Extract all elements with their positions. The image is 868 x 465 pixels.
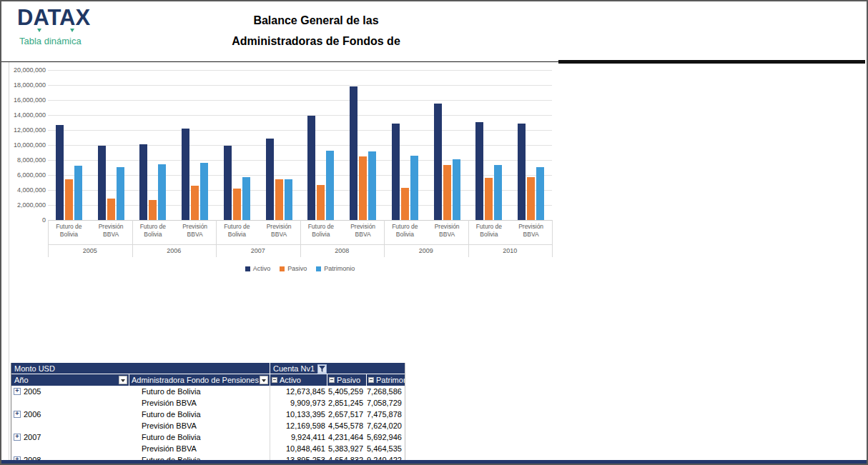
legend-label: Patrimonio xyxy=(324,265,355,272)
bar-pasivo xyxy=(107,199,115,220)
pasivo-value-cell: 5,383,927 xyxy=(327,443,367,454)
pasivo-value-cell: 4,231,464 xyxy=(327,431,367,443)
x-axis-category-label: Futuro de Bolivia xyxy=(216,220,258,239)
patrimonio-header-label: Patrimonio xyxy=(376,376,405,384)
bottom-navy-strip xyxy=(1,460,867,464)
chart-gridline xyxy=(48,115,552,116)
bar-patrimonio xyxy=(536,167,544,220)
bar-pasivo xyxy=(317,185,325,220)
pivot-corner-cell: Monto USD xyxy=(11,363,270,374)
table-row: +2005Futuro de Bolivia12,673,8455,405,25… xyxy=(11,386,405,397)
table-row: Previsión BBVA9,909,9732,851,2457,058,72… xyxy=(11,397,405,409)
expand-year-button[interactable]: + xyxy=(14,388,21,395)
x-axis-year-label: 2007 xyxy=(216,244,300,254)
year-cell: +2005 xyxy=(11,386,129,397)
chart-gridline xyxy=(48,70,552,71)
patrimonio-value-cell: 7,624,020 xyxy=(367,420,405,431)
y-axis-tick-label: 18,000,000 xyxy=(11,81,46,89)
axis-group-separator xyxy=(468,220,469,257)
bar-chart: ActivoPasivoPatrimonio 20,000,00018,000,… xyxy=(11,64,563,283)
cuenta-filter-icon[interactable] xyxy=(317,364,327,374)
header-divider-thick xyxy=(558,60,865,64)
pivot-table: Monto USD Cuenta Nv1 Año Administradora … xyxy=(11,363,405,465)
year-cell xyxy=(11,443,129,454)
bar-patrimonio xyxy=(326,151,334,220)
pivot-patrimonio-header: Patrimonio xyxy=(367,374,405,386)
axis-group-separator xyxy=(132,220,133,257)
axis-group-separator xyxy=(300,220,301,257)
patrimonio-value-cell: 5,464,535 xyxy=(367,443,405,454)
bar-activo xyxy=(518,124,526,220)
bar-activo xyxy=(98,146,106,220)
page-title-line1: Balance General de las xyxy=(180,10,452,31)
legend-item-patrimonio: Patrimonio xyxy=(316,265,355,272)
activo-value-cell: 10,133,395 xyxy=(270,409,327,420)
bar-patrimonio xyxy=(158,164,166,220)
year-filter-button[interactable] xyxy=(119,376,127,384)
x-axis-category-label: Futuro de Bolivia xyxy=(48,220,90,239)
x-axis-category-label: Previsión BBVA xyxy=(342,220,384,239)
admin-cell: Previsión BBVA xyxy=(129,397,270,409)
table-row: Previsión BBVA10,848,4615,383,9275,464,5… xyxy=(11,443,405,454)
admin-cell: Futuro de Bolivia xyxy=(129,386,270,397)
activo-value-cell: 9,909,973 xyxy=(270,397,327,409)
collapse-field-icon[interactable] xyxy=(329,377,335,383)
bar-patrimonio xyxy=(494,165,502,220)
y-axis-tick-label: 8,000,000 xyxy=(11,156,46,164)
year-cell: +2006 xyxy=(11,409,129,420)
x-axis-year-label: 2009 xyxy=(384,244,468,254)
expand-year-button[interactable]: + xyxy=(14,411,21,418)
bar-patrimonio xyxy=(200,163,208,220)
pivot-header-row-2: Año Administradora Fondo de Pensiones Ac… xyxy=(11,374,405,386)
axis-group-separator xyxy=(552,220,553,257)
bar-patrimonio xyxy=(117,167,124,220)
expand-year-button[interactable]: + xyxy=(14,434,21,441)
bar-pasivo xyxy=(359,156,367,220)
collapse-field-icon[interactable] xyxy=(368,377,374,383)
legend-swatch-icon xyxy=(245,266,250,271)
x-axis-category-label: Previsión BBVA xyxy=(258,220,300,239)
axis-level-divider xyxy=(48,244,552,245)
bar-activo xyxy=(224,146,232,220)
bar-patrimonio xyxy=(368,151,376,220)
x-axis-category-label: Futuro de Bolivia xyxy=(384,220,426,239)
logo-accent-icon xyxy=(70,29,74,32)
activo-value-cell: 12,673,845 xyxy=(270,386,327,397)
year-header-label: Año xyxy=(14,376,29,384)
pasivo-value-cell: 4,545,578 xyxy=(327,420,367,431)
bar-activo xyxy=(392,124,400,220)
bar-pasivo xyxy=(149,200,157,220)
page-title: Balance General de las Administradoras d… xyxy=(180,10,452,51)
admin-cell: Previsión BBVA xyxy=(129,443,270,454)
table-row: Previsión BBVA12,169,5984,545,5787,624,0… xyxy=(11,420,405,431)
page-header: DATAX Tabla dinámica Balance General de … xyxy=(1,1,867,61)
patrimonio-value-cell: 7,058,729 xyxy=(367,397,405,409)
year-value: 2007 xyxy=(24,433,41,441)
year-cell xyxy=(11,420,129,431)
chart-gridline xyxy=(48,100,552,101)
admin-cell: Previsión BBVA xyxy=(129,420,270,431)
legend-label: Pasivo xyxy=(287,265,307,272)
pivot-cuenta-cell: Cuenta Nv1 xyxy=(270,363,405,374)
pivot-pasivo-header: Pasivo xyxy=(327,374,367,386)
datax-logo: DATAX xyxy=(17,6,90,30)
bar-activo xyxy=(56,125,64,220)
pivot-admin-header: Administradora Fondo de Pensiones xyxy=(129,374,270,386)
bar-patrimonio xyxy=(242,177,250,220)
y-axis-tick-label: 20,000,000 xyxy=(11,66,46,74)
chart-legend: ActivoPasivoPatrimonio xyxy=(48,265,552,272)
bar-pasivo xyxy=(65,179,73,220)
admin-filter-button[interactable] xyxy=(260,376,268,384)
collapse-field-icon[interactable] xyxy=(272,377,277,383)
legend-item-pasivo: Pasivo xyxy=(280,265,307,272)
x-axis-category-label: Previsión BBVA xyxy=(174,220,216,239)
table-row: +2006Futuro de Bolivia10,133,3952,657,51… xyxy=(11,409,405,420)
axis-group-separator xyxy=(384,220,385,257)
page-title-line2: Administradoras de Fondos de xyxy=(180,31,452,51)
activo-header-label: Activo xyxy=(280,376,301,384)
bar-patrimonio xyxy=(410,156,418,220)
y-axis-tick-label: 12,000,000 xyxy=(11,126,46,134)
x-axis-category-label: Futuro de Bolivia xyxy=(300,220,342,239)
legend-swatch-icon xyxy=(280,266,285,271)
activo-value-cell: 9,924,411 xyxy=(270,431,327,443)
